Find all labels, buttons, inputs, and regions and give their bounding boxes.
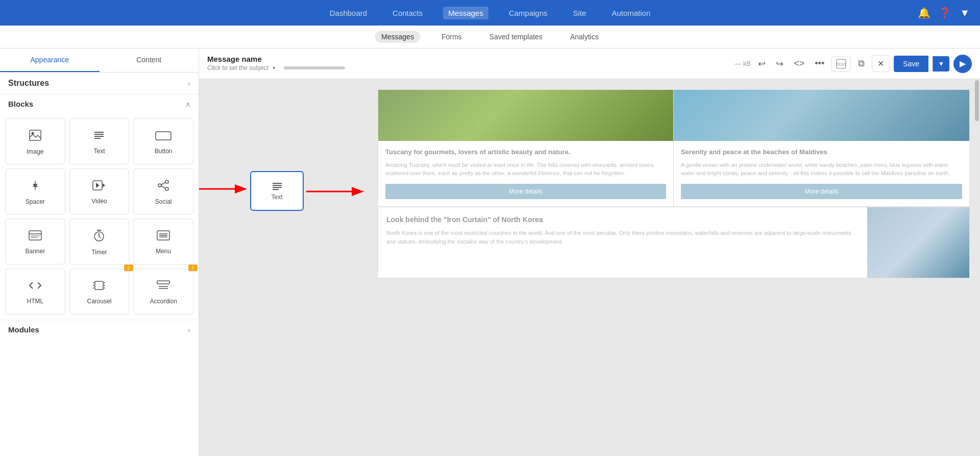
play-button[interactable]: ▶ <box>953 55 972 73</box>
nav-site[interactable]: Site <box>568 7 592 19</box>
svg-point-14 <box>165 180 168 183</box>
svg-line-17 <box>161 183 165 185</box>
image-block-label: Image <box>27 148 43 155</box>
editor-content[interactable]: Text Tuscany for gourmets <box>199 79 980 456</box>
nav-dashboard[interactable]: Dashboard <box>325 7 372 19</box>
save-dropdown-button[interactable]: ▼ <box>933 56 949 71</box>
subnav-messages[interactable]: Messages <box>375 31 420 43</box>
scrollbar[interactable] <box>974 79 980 456</box>
sidebar-tabs: Appearance Content <box>0 49 199 73</box>
message-subject[interactable]: Click to set the subject <box>207 64 268 71</box>
structures-title: Structures <box>8 79 49 88</box>
banner-block-icon <box>29 230 42 244</box>
social-block-label: Social <box>155 198 172 205</box>
account-dropdown-icon[interactable]: ▼ <box>960 7 970 19</box>
svg-rect-6 <box>156 132 171 140</box>
drag-arrow-1 <box>199 179 250 199</box>
carousel-badge: ⚡ <box>124 265 133 271</box>
subnav-analytics[interactable]: Analytics <box>564 31 605 43</box>
block-image[interactable]: Image <box>5 118 65 164</box>
fullrow-text: North Korea is one of the most restricte… <box>386 229 859 247</box>
main-layout: Appearance Content Structures › Blocks ∧… <box>0 49 980 456</box>
button-block-label: Button <box>155 148 173 155</box>
carousel-block-label: Carousel <box>87 298 111 305</box>
svg-rect-19 <box>29 231 41 240</box>
block-banner[interactable]: Banner <box>5 219 65 265</box>
block-video[interactable]: Video <box>69 169 130 214</box>
card-tuscany-btn[interactable]: More details <box>385 184 666 199</box>
subnav-saved-templates[interactable]: Saved templates <box>483 31 549 43</box>
card-tuscany-image <box>378 90 673 141</box>
more-button[interactable]: ••• <box>812 56 827 71</box>
redo-button[interactable]: ↪ <box>773 56 787 71</box>
tab-content[interactable]: Content <box>100 49 199 72</box>
kb-label: — kB <box>734 60 751 67</box>
svg-rect-38 <box>157 281 169 284</box>
block-timer[interactable]: Timer <box>69 219 130 265</box>
copy-button[interactable]: ⧉ <box>855 56 868 71</box>
close-button[interactable]: ✕ <box>872 55 890 72</box>
structures-expand-icon[interactable]: › <box>188 79 190 87</box>
timer-block-icon <box>93 229 105 245</box>
video-block-icon <box>92 180 106 194</box>
card-maldives-btn[interactable]: More details <box>681 184 962 199</box>
toolbar-right: — kB ↩ ↪ <> ••• TEST ⧉ ✕ Save ▼ ▶ <box>734 55 972 73</box>
top-nav-links: Dashboard Contacts Messages Campaigns Si… <box>10 7 970 19</box>
block-accordion[interactable]: Accordion <box>133 269 193 315</box>
carousel-block-icon <box>92 280 106 294</box>
tab-appearance[interactable]: Appearance <box>0 49 100 72</box>
block-menu[interactable]: Menu <box>133 219 193 265</box>
html-block-label: HTML <box>27 298 43 305</box>
save-button[interactable]: Save <box>894 56 928 72</box>
svg-line-18 <box>161 186 165 188</box>
card-tuscany-title: Tuscany for gourmets, lovers of artistic… <box>385 148 666 157</box>
scrollbar-thumb[interactable] <box>975 80 979 121</box>
nav-messages[interactable]: Messages <box>443 7 488 19</box>
svg-marker-13 <box>96 183 100 188</box>
fullrow-text-area: Look behind the "Iron Curtain" of North … <box>378 207 867 278</box>
block-carousel[interactable]: Carousel <box>69 269 130 315</box>
help-icon[interactable]: ❓ <box>939 7 951 19</box>
structures-section: Structures › <box>0 73 199 94</box>
modules-expand-icon[interactable]: › <box>188 326 190 334</box>
banner-block-label: Banner <box>25 248 45 255</box>
spacer-block-label: Spacer <box>26 198 45 205</box>
code-button[interactable]: <> <box>791 56 807 71</box>
notification-bell-icon[interactable]: 🔔 <box>918 7 930 19</box>
test-button[interactable]: TEST <box>831 56 851 71</box>
card-maldives: Serenity and peace at the beaches of Mal… <box>674 90 969 206</box>
fullrow-image <box>867 207 969 278</box>
accordion-badge: ⚡ <box>188 265 198 271</box>
subnav-forms[interactable]: Forms <box>435 31 468 43</box>
sub-navigation: Messages Forms Saved templates Analytics <box>0 26 980 49</box>
blocks-section-header: Blocks ∧ <box>0 94 199 113</box>
card-tuscany-text: Amazing Tuscany, which must be visited a… <box>385 161 666 178</box>
spacer-block-icon <box>30 180 41 194</box>
text-block-icon <box>93 130 105 143</box>
progress-bar <box>284 66 345 69</box>
undo-button[interactable]: ↩ <box>755 56 769 71</box>
block-text[interactable]: Text <box>69 118 130 164</box>
nav-automation[interactable]: Automation <box>606 7 655 19</box>
svg-line-25 <box>99 236 101 238</box>
card-maldives-text: A gentle ocean with an pristine underwat… <box>681 161 962 178</box>
svg-marker-12 <box>103 183 105 187</box>
top-navigation: Dashboard Contacts Messages Campaigns Si… <box>0 0 980 26</box>
video-block-label: Video <box>91 198 107 205</box>
message-name[interactable]: Message name <box>207 55 728 63</box>
block-button[interactable]: Button <box>133 118 193 164</box>
svg-point-16 <box>158 184 161 187</box>
block-social[interactable]: Social <box>133 169 193 214</box>
block-html[interactable]: HTML <box>5 269 65 315</box>
block-carousel-wrapper: Carousel ⚡ <box>69 269 130 315</box>
email-frame: Tuscany for gourmets, lovers of artistic… <box>378 89 970 278</box>
text-block-label: Text <box>93 148 105 155</box>
nav-contacts[interactable]: Contacts <box>387 7 428 19</box>
left-sidebar: Appearance Content Structures › Blocks ∧… <box>0 49 199 456</box>
image-block-icon <box>29 130 41 144</box>
blocks-grid: Image Text Button Space <box>0 113 199 320</box>
block-spacer[interactable]: Spacer <box>5 169 65 214</box>
html-block-icon <box>29 280 42 294</box>
blocks-expand-icon[interactable]: ∧ <box>185 100 190 108</box>
nav-campaigns[interactable]: Campaigns <box>504 7 553 19</box>
